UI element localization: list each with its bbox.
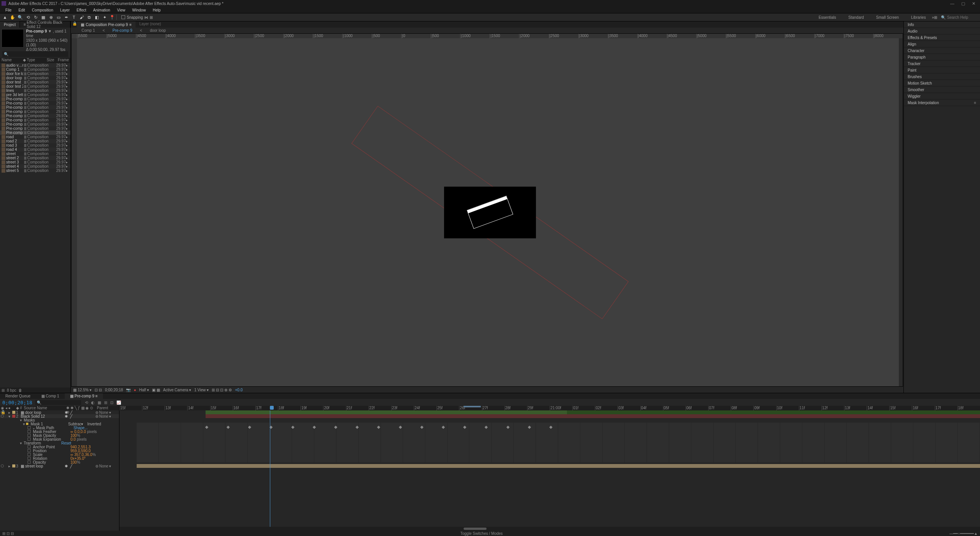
panel-paragraph[interactable]: Paragraph [904, 54, 980, 60]
crumb-doorloop[interactable]: door loop [147, 28, 169, 33]
menu-file[interactable]: File [2, 8, 15, 13]
layer2-bar[interactable] [206, 414, 980, 418]
work-area-bar[interactable] [464, 406, 481, 407]
toggle-switches-button[interactable]: Toggle Switches / Modes [460, 531, 503, 536]
door-shape[interactable] [467, 196, 513, 229]
panel-audio[interactable]: Audio [904, 28, 980, 34]
project-item[interactable]: street 5Composition29.97▸ [0, 168, 70, 173]
keyframe-icon[interactable] [227, 426, 230, 429]
project-item[interactable]: Pre-comp 1Composition29.97▸ [0, 97, 70, 101]
col-label-icon[interactable]: ◆ [23, 58, 27, 63]
zoom-in-icon[interactable]: ▲ [974, 531, 978, 536]
layer-row-3[interactable]: ▸ 3 ▦ street loop ✱ ╱ ⊚ None ▾ [0, 464, 119, 468]
project-item[interactable]: door loopComposition29.97▸ [0, 76, 70, 80]
timeline-scrollbar-h[interactable] [119, 527, 980, 531]
project-item[interactable]: Pre-comp 4Composition29.97▸ [0, 109, 70, 114]
project-item[interactable]: door fce loopComposition29.97▸ [0, 72, 70, 76]
zoom-slider[interactable]: ━━○━━━━━━ [953, 531, 974, 536]
tl-btn5-icon[interactable]: ⊡ [110, 400, 113, 405]
project-item[interactable]: street 2Composition29.97▸ [0, 156, 70, 160]
project-item[interactable]: roadComposition29.97▸ [0, 135, 70, 139]
project-item[interactable]: pre 3d lettersComposition29.97▸ [0, 93, 70, 97]
menu-composition[interactable]: Composition [29, 8, 56, 13]
camera-dropdown[interactable]: Active Camera ▾ [163, 388, 191, 392]
keyframe-icon[interactable] [420, 426, 423, 429]
project-item[interactable]: Pre-comp 9Composition29.97▸ [0, 131, 70, 135]
project-item[interactable]: street 4Composition29.97▸ [0, 164, 70, 168]
keyframe-icon[interactable] [442, 426, 445, 429]
channel-icon[interactable]: ● [134, 388, 136, 392]
rotate-tool-icon[interactable]: ↻ [33, 15, 38, 20]
keyframe-icon[interactable] [485, 426, 488, 429]
puppet-tool-icon[interactable]: 📍 [109, 15, 115, 20]
tab-project[interactable]: Project [0, 21, 20, 28]
search-help-input[interactable] [947, 15, 978, 20]
keyframe-icon[interactable] [334, 426, 337, 429]
keyframe-icon[interactable] [463, 426, 466, 429]
snapping-checkbox[interactable] [121, 15, 125, 19]
menu-help[interactable]: Help [150, 8, 164, 13]
tab-timeline-comp1[interactable]: ▦ Comp 1 [36, 393, 65, 399]
panel-align[interactable]: Align [904, 41, 980, 47]
res2-icon[interactable]: ⊟ [99, 388, 102, 392]
project-item[interactable]: Pre-comp 7Composition29.97▸ [0, 122, 70, 126]
panel-info[interactable]: Info [904, 21, 980, 28]
panel-mask-interpolation[interactable]: Mask Interpolation≡ [904, 100, 980, 106]
playhead-line[interactable] [270, 410, 270, 531]
tl-btn2-icon[interactable]: ◐ [91, 400, 95, 405]
tab-layer-viewer[interactable]: Layer (none) [136, 21, 165, 28]
panel-brushes[interactable]: Brushes [904, 74, 980, 80]
minimize-button[interactable]: — [950, 1, 954, 6]
project-item[interactable]: Pre-comp 3Composition29.97▸ [0, 105, 70, 109]
menu-view[interactable]: View [114, 8, 129, 13]
tl-graph-icon[interactable]: 📈 [116, 400, 121, 405]
crumb-comp1[interactable]: Comp 1 [78, 28, 98, 33]
interp-icon[interactable]: ⊞ [2, 388, 5, 392]
project-item[interactable]: Pre-comp 2Composition29.97▸ [0, 101, 70, 105]
resolution-dropdown[interactable]: Half ▾ [139, 388, 149, 392]
vopt4-icon[interactable]: ⊕ [224, 388, 227, 392]
pan-behind-tool-icon[interactable]: ⊕ [48, 15, 54, 20]
res1-icon[interactable]: ⊡ [95, 388, 98, 392]
project-item[interactable]: Pre-comp 6Composition29.97▸ [0, 118, 70, 122]
keyframe-icon[interactable] [248, 426, 251, 429]
time-ruler[interactable]: 15f12f13f14f15f16f17f18f19f20f21f22f23f2… [119, 406, 980, 410]
clone-tool-icon[interactable]: ⧉ [87, 15, 92, 20]
tl-btn1-icon[interactable]: ⟲ [85, 400, 88, 405]
zoom-dropdown[interactable]: 12.5% ▾ [78, 388, 91, 392]
keyframe-icon[interactable] [528, 426, 531, 429]
layer1-bar-b[interactable] [567, 410, 980, 414]
hand-tool-icon[interactable]: ✋ [10, 15, 15, 20]
zoom-out-icon[interactable]: — [949, 531, 953, 536]
keyframe-icon[interactable] [356, 426, 359, 429]
col-frame[interactable]: Frame ▲ [57, 58, 69, 63]
camera-tool-icon[interactable]: ▦ [41, 15, 46, 20]
panel-tracker[interactable]: Tracker [904, 60, 980, 67]
panel-character[interactable]: Character [904, 47, 980, 54]
project-search-input[interactable] [2, 51, 68, 57]
shape-tool-icon[interactable]: ▭ [56, 15, 61, 20]
tab-effect-controls[interactable]: Effect Controls Black Solid 12 [20, 21, 70, 28]
pen-tool-icon[interactable]: ✒ [64, 15, 69, 20]
src-name-header[interactable]: Source Name [23, 406, 65, 410]
exposure-value[interactable]: +0.0 [235, 388, 243, 392]
panel-menu-icon[interactable]: ≡ [974, 101, 976, 105]
roto-tool-icon[interactable]: ✦ [102, 15, 107, 20]
preview-time[interactable]: 0;00;20;18 [105, 388, 123, 392]
status-icon3[interactable]: ⊟ [11, 531, 14, 536]
snap-opt2-icon[interactable]: ⊞ [150, 15, 153, 20]
keyframe-icon[interactable] [506, 426, 509, 429]
project-item[interactable]: road 4Composition29.97▸ [0, 147, 70, 152]
workspace-essentials[interactable]: Essentials [812, 15, 842, 20]
cti-head-icon[interactable] [270, 406, 274, 410]
panel-motion-sketch[interactable]: Motion Sketch [904, 80, 980, 87]
keyframe-icon[interactable] [377, 426, 380, 429]
timeline-tracks[interactable]: 15f12f13f14f15f16f17f18f19f20f21f22f23f2… [119, 406, 980, 531]
project-item[interactable]: road 2Composition29.97▸ [0, 139, 70, 143]
crumb-precomp9[interactable]: Pre-comp 9 [109, 28, 136, 33]
menu-effect[interactable]: Effect [74, 8, 89, 13]
project-item[interactable]: streetComposition29.97▸ [0, 152, 70, 156]
col-type[interactable]: Type [27, 58, 47, 63]
tab-render-queue[interactable]: Render Queue [0, 393, 36, 399]
viewport-scrollbar-v[interactable] [899, 38, 903, 386]
